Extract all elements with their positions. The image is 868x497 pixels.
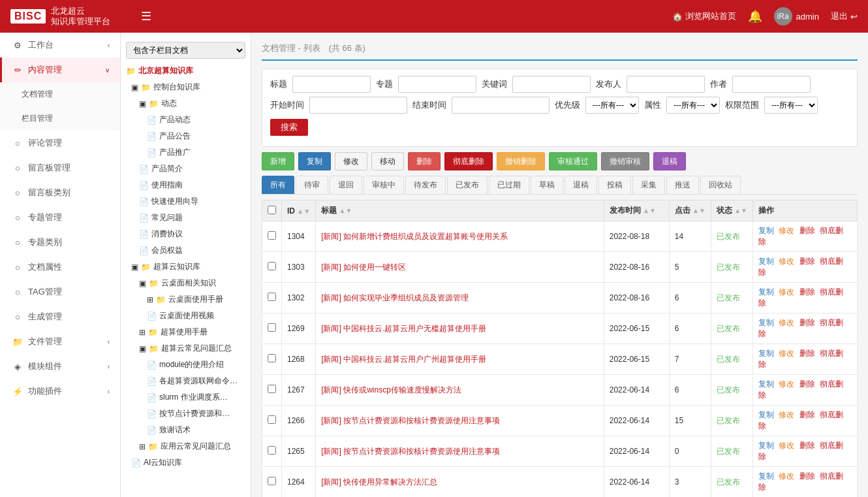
- tab-pending[interactable]: 待审: [296, 176, 328, 194]
- approve-button[interactable]: 审核通过: [549, 152, 597, 170]
- tree-node[interactable]: ⊞ 📁 超算使用手册: [121, 324, 251, 340]
- select-all-checkbox[interactable]: [268, 206, 276, 214]
- tree-node[interactable]: 📄 产品简介: [121, 161, 251, 177]
- cancel-delete-button[interactable]: 撤销删除: [497, 152, 545, 170]
- home-link[interactable]: 🏠 浏览网站首页: [672, 10, 736, 22]
- logout-button[interactable]: 退出 ↩: [831, 10, 858, 22]
- col-id[interactable]: ID ▲▼: [282, 200, 316, 221]
- row-title[interactable]: [新闻] 中国科技云.超算云用户无槛超算使用手册: [316, 313, 604, 344]
- priority-select[interactable]: ---所有---: [585, 97, 639, 114]
- op-copy[interactable]: 复制: [758, 441, 774, 450]
- tree-filter-select[interactable]: 包含子栏目文档: [126, 42, 245, 59]
- op-edit[interactable]: 修改: [779, 318, 794, 327]
- tree-node[interactable]: 📄 快速使用向导: [121, 193, 251, 210]
- row-checkbox[interactable]: [262, 313, 282, 344]
- tab-unpublished[interactable]: 退稿: [565, 176, 597, 194]
- op-delete[interactable]: 删除: [799, 318, 815, 327]
- row-title[interactable]: [新闻] 按节点计费资源和按核计费资源使用注意事项: [316, 436, 604, 467]
- tree-node[interactable]: 📄 云桌面使用视频: [121, 308, 251, 324]
- sidebar-item-doc-manage[interactable]: 文档管理: [0, 82, 120, 106]
- row-title[interactable]: [新闻] 按节点计费资源和按核计费资源使用注意事项: [316, 406, 604, 436]
- tab-draft[interactable]: 草稿: [531, 176, 563, 194]
- sidebar-item-gen[interactable]: ○ 生成管理: [0, 304, 120, 329]
- op-edit[interactable]: 修改: [779, 287, 794, 297]
- sidebar-item-topic-cat[interactable]: ○ 专题类别: [0, 230, 120, 255]
- tab-expired[interactable]: 已过期: [489, 176, 529, 194]
- sidebar-item-file[interactable]: 📁 文件管理 ‹: [0, 329, 120, 354]
- tree-node[interactable]: 📄 消费协议: [121, 226, 251, 242]
- tab-recycle[interactable]: 回收站: [700, 176, 741, 194]
- op-delete[interactable]: 删除: [799, 287, 815, 297]
- tab-all[interactable]: 所有: [262, 176, 294, 194]
- tree-node[interactable]: 📄 产品推广: [121, 144, 251, 161]
- tab-pushed[interactable]: 推送: [666, 176, 699, 194]
- tab-published[interactable]: 已发布: [447, 176, 488, 194]
- op-edit[interactable]: 修改: [779, 472, 794, 481]
- op-copy[interactable]: 复制: [758, 287, 774, 297]
- op-delete[interactable]: 删除: [799, 410, 815, 419]
- row-title[interactable]: [新闻] 快传或winscp传输速度慢解决方法: [316, 375, 604, 406]
- tree-node[interactable]: ▣ 📁 动态: [121, 95, 251, 112]
- col-hits[interactable]: 点击 ▲▼: [669, 200, 711, 221]
- tree-node[interactable]: ▣ 📁 超算云知识库: [121, 259, 251, 275]
- tab-pending-pub[interactable]: 待发布: [405, 176, 446, 194]
- tree-node[interactable]: ▣ 📁 超算云常见问题汇总: [121, 340, 251, 357]
- tree-node[interactable]: 📄 各超算资源联网命令汇总: [121, 373, 251, 389]
- scope-select[interactable]: ---所有---: [764, 97, 818, 114]
- tree-node[interactable]: 📄 按节点计费资源和按核计...: [121, 406, 251, 422]
- publisher-filter-input[interactable]: [627, 76, 705, 93]
- row-checkbox[interactable]: [262, 467, 282, 498]
- row-checkbox[interactable]: [262, 436, 282, 467]
- keyword-filter-input[interactable]: [512, 76, 591, 93]
- sidebar-item-module[interactable]: ◈ 模块组件 ‹: [0, 354, 120, 379]
- user-menu[interactable]: iRa admin: [774, 7, 819, 25]
- attr-select[interactable]: ---所有---: [666, 97, 720, 114]
- author-filter-input[interactable]: [732, 76, 811, 93]
- op-edit[interactable]: 修改: [779, 349, 794, 358]
- sidebar-item-comment[interactable]: ○ 评论管理: [0, 131, 120, 155]
- op-delete[interactable]: 删除: [799, 472, 815, 481]
- op-copy[interactable]: 复制: [758, 257, 774, 266]
- delete-button[interactable]: 删除: [408, 152, 441, 170]
- sidebar-item-plugin[interactable]: ⚡ 功能插件 ‹: [0, 379, 120, 404]
- op-copy[interactable]: 复制: [758, 410, 774, 419]
- row-title[interactable]: [新闻] 中国科技云.超算云用户广州超算使用手册: [316, 344, 604, 375]
- title-filter-input[interactable]: [292, 76, 371, 93]
- row-title[interactable]: [新闻] 如何使用一键转区: [316, 252, 604, 283]
- col-title[interactable]: 标题 ▲▼: [316, 200, 604, 221]
- start-time-input[interactable]: [309, 97, 407, 114]
- tab-submitted[interactable]: 投稿: [598, 176, 631, 194]
- op-edit[interactable]: 修改: [779, 441, 794, 450]
- edit-button[interactable]: 修改: [335, 152, 367, 170]
- row-checkbox[interactable]: [262, 344, 282, 375]
- unpublish-button[interactable]: 退稿: [653, 152, 686, 170]
- tree-node[interactable]: ⊞ 📁 云桌面使用手册: [121, 291, 251, 308]
- search-button[interactable]: 搜索: [270, 119, 308, 136]
- topic-filter-input[interactable]: [398, 76, 476, 93]
- tree-node[interactable]: 📄 致谢话术: [121, 422, 251, 438]
- sidebar-item-guestbook-cat[interactable]: ○ 留言板类别: [0, 180, 120, 205]
- move-button[interactable]: 移动: [371, 152, 404, 170]
- row-checkbox[interactable]: [262, 375, 282, 406]
- tree-node[interactable]: ▣ 📁 云桌面相关知识: [121, 275, 251, 291]
- tree-node[interactable]: 📄 常见问题: [121, 210, 251, 226]
- tab-collected[interactable]: 采集: [632, 176, 665, 194]
- sidebar-item-column[interactable]: 栏目管理: [0, 106, 120, 131]
- col-status[interactable]: 状态 ▲▼: [711, 200, 752, 221]
- op-edit[interactable]: 修改: [779, 226, 794, 235]
- hamburger-button[interactable]: ☰: [134, 7, 158, 26]
- op-copy[interactable]: 复制: [758, 349, 774, 358]
- op-copy[interactable]: 复制: [758, 226, 774, 235]
- row-title[interactable]: [新闻] 快传使用异常解决方法汇总: [316, 467, 604, 498]
- col-pubdate[interactable]: 发布时间 ▲▼: [604, 200, 669, 221]
- tree-node[interactable]: ▣ 📁 控制台知识库: [121, 79, 251, 95]
- bell-icon[interactable]: 🔔: [748, 9, 762, 24]
- sidebar-item-doc-attr[interactable]: ○ 文档属性: [0, 255, 120, 280]
- row-checkbox[interactable]: [262, 283, 282, 313]
- op-copy[interactable]: 复制: [758, 472, 774, 481]
- tree-node[interactable]: 📄 AI云知识库: [121, 455, 251, 471]
- op-delete[interactable]: 删除: [799, 349, 815, 358]
- sidebar-item-topic[interactable]: ○ 专题管理: [0, 205, 120, 230]
- delete-all-button[interactable]: 彻底删除: [444, 152, 493, 170]
- sidebar-item-content[interactable]: ✏ 内容管理 ∨: [0, 57, 120, 82]
